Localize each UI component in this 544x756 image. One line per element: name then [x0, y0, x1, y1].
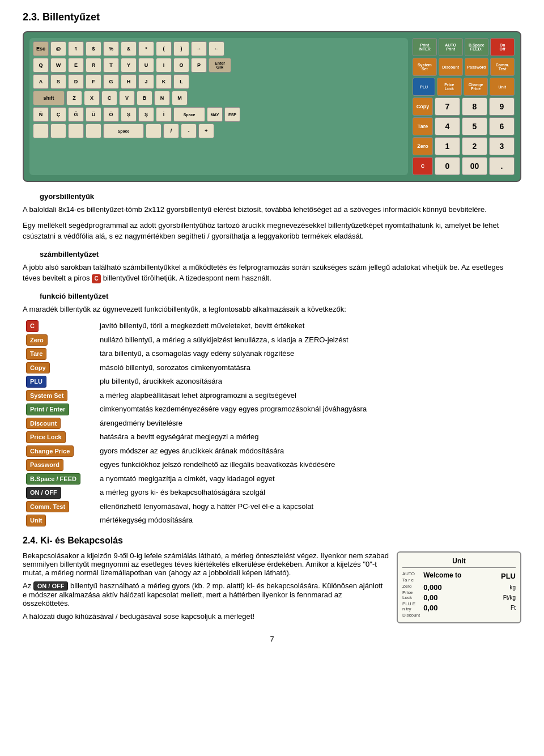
c-key-inline: C	[92, 274, 101, 283]
key-b: B	[137, 91, 152, 105]
func-row-c: C javító billentyű, törli a megkezdett m…	[23, 319, 521, 333]
display-panel: Unit AUTO Ta r e Zero PriceLock PLU En t…	[397, 551, 521, 623]
func-text-plu: plu billentyű, árucikkek azonosítására	[96, 375, 521, 389]
key-p: P	[191, 58, 207, 73]
np-key-on-off: OnOff	[490, 38, 515, 56]
key-a: A	[33, 74, 49, 89]
display-value-ftkg: 0,00	[423, 593, 437, 602]
display-unit-ftkg: Ft/kg	[503, 594, 516, 601]
display-label-discount: Discount	[402, 613, 420, 618]
np-bottom-row: 0 00 .	[435, 157, 515, 175]
np-key-bspace-feed: B.SpaceFEED↓	[465, 38, 489, 56]
np-main-section: Copy Tare Zero C 7 8 9 4 5 6 1 2 3	[413, 97, 515, 175]
display-value-ft: 0,00	[423, 604, 437, 612]
display-label-auto: AUTO	[402, 571, 420, 576]
func-row-printenter: Print / Enter cimkenyomtatás kezdeményez…	[23, 402, 521, 417]
display-label-pricelock: PriceLock	[402, 590, 420, 600]
key-g: G	[103, 74, 119, 89]
key-shift: shift	[33, 91, 65, 105]
np-key-dot: .	[489, 157, 515, 175]
szam-title: számbillentyűzet	[40, 250, 521, 258]
kb-row-3: A S D F G H J K L	[33, 74, 405, 89]
np-key-plu: PLU	[413, 78, 435, 96]
key-w: W	[50, 58, 66, 73]
section-title: 2.3. Billentyűzet	[23, 11, 521, 23]
key-lparen: (	[156, 41, 172, 56]
kb-row-5: Ñ Ç Ğ Ü Ö Ş Ş İ Space MAY ESP	[33, 107, 405, 122]
np-key-tare: Tare	[413, 117, 433, 135]
badge-plu: PLU	[26, 376, 46, 388]
szam-section: számbillentyűzet A jobb alsó sarokban ta…	[23, 250, 521, 284]
key-plus: +	[198, 124, 214, 138]
np-key-change-price: ChangePrice	[464, 78, 488, 96]
key-ccedil: Ç	[50, 107, 66, 122]
key-empty5	[146, 124, 162, 138]
np-key-00: 00	[462, 157, 487, 175]
badge-changeprice: Change Price	[26, 445, 74, 457]
badge-onoff: ON / OFF	[26, 487, 61, 499]
gyors-p2: Egy mellékelt segédprogrammal az adott g…	[23, 220, 521, 242]
np-key-3: 3	[489, 137, 515, 155]
np-key-comm-test: Comm.Test	[490, 58, 515, 76]
np-key-0: 0	[435, 157, 460, 175]
key-o: O	[173, 58, 189, 73]
key-f: F	[86, 74, 101, 89]
func-text-onoff: a mérleg gyors ki- és bekapcsolhatóságár…	[96, 486, 521, 500]
display-value-kg: 0,000	[423, 583, 442, 592]
key-x: X	[84, 91, 100, 105]
key-uuml: Ü	[86, 107, 101, 122]
display-row-kg: 0,000 kg	[423, 583, 516, 592]
key-minus: -	[181, 124, 197, 138]
func-row-systemset: System Set a mérleg alapbeállításait leh…	[23, 389, 521, 403]
func-row-changeprice: Change Price gyors módszer az egyes áruc…	[23, 444, 521, 458]
page-number: 7	[23, 635, 521, 643]
key-at: @	[50, 41, 66, 56]
key-r: R	[86, 58, 101, 73]
key-s: S	[50, 74, 66, 89]
np-key-9: 9	[489, 97, 515, 116]
func-text-tare: tára billentyű, a csomagolás vagy edény …	[96, 347, 521, 361]
display-welcome: Welcome to	[423, 571, 461, 579]
display-label-zero: Zero	[402, 584, 420, 589]
display-label-tare: Ta r e	[402, 577, 420, 583]
np-key-price-lock: PriceLock	[437, 78, 462, 96]
key-n: N	[154, 91, 170, 105]
func-text-commtest: ellenőrizhető lenyomásával, hogy a hátté…	[96, 500, 521, 514]
np-key-4: 4	[435, 117, 460, 135]
sec24-p3: A hálózati dugó kihúzásával / bedugásáva…	[23, 612, 389, 621]
func-row-pricelock: Price Lock hatására a bevitt egységárat …	[23, 430, 521, 444]
key-larrow: ←	[209, 41, 224, 56]
func-text-pricelock: hatására a bevitt egységárat megjegyzi a…	[96, 430, 521, 444]
section24-title: 2.4. Ki- és Bekapcsolás	[23, 536, 521, 546]
key-star: *	[138, 41, 154, 56]
key-esc: Esc	[33, 41, 49, 56]
funk-intro: A maradék billentyűk az úgynevezett funk…	[23, 304, 521, 315]
numpad-area: PrintINTER AUTOPrint B.SpaceFEED↓ OnOff …	[413, 38, 515, 175]
display-unit-ft: Ft	[511, 605, 516, 611]
badge-c: C	[26, 320, 39, 332]
display-right: Welcome to PLU 0,000 kg 0,00 Ft/kg 0,00 …	[423, 571, 516, 618]
np-key-6: 6	[489, 117, 515, 135]
display-row-ftkg: 0,00 Ft/kg	[423, 593, 516, 602]
kb-row-6: Space / - +	[33, 124, 405, 138]
func-text-password: egyes funkciókhoz jelszó rendelhető az i…	[96, 458, 521, 472]
key-amp: &	[121, 41, 137, 56]
key-rarrow: →	[191, 41, 207, 56]
func-text-systemset: a mérleg alapbeállításait lehet átprogra…	[96, 389, 521, 403]
key-u: U	[138, 58, 154, 73]
display-plu-label: PLU	[501, 572, 516, 580]
np-key-password: Password	[465, 58, 489, 76]
key-percent: %	[103, 41, 119, 56]
func-table: C javító billentyű, törli a megkezdett m…	[23, 319, 521, 528]
key-slash: /	[163, 124, 179, 138]
sec24-p1: Bekapcsolásakor a kijelzőn 9-től 0-ig le…	[23, 551, 389, 577]
np-row2: SystemSet Discount Password Comm.Test	[413, 58, 515, 76]
key-ntilde: Ñ	[33, 107, 49, 122]
section24-container: Bekapcsolásakor a kijelzőn 9-től 0-ig le…	[23, 551, 521, 623]
display-unit-kg: kg	[509, 584, 516, 591]
display-title: Unit	[402, 557, 516, 568]
key-esp: ESP	[224, 107, 240, 122]
func-text-zero: nullázó billentyű, a mérleg a súlykijelz…	[96, 333, 521, 347]
kb-row-4: shift Z X C V B N M	[33, 91, 405, 105]
np-key-8: 8	[462, 97, 487, 116]
